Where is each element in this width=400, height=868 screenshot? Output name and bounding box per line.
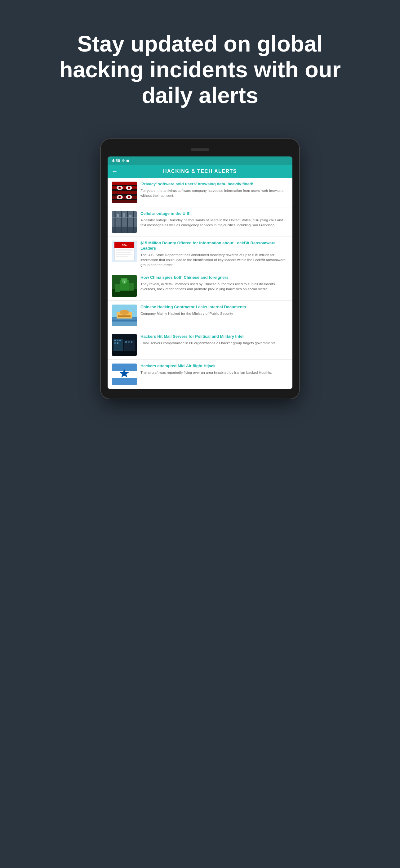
news-content-6: Hackers Hit Mail Servers for Political a…	[140, 334, 288, 345]
news-desc-5: Company Mainly Hacked for the Ministry o…	[140, 311, 288, 316]
svg-rect-63	[131, 341, 132, 343]
news-content-3: $15 Million Bounty Offered for informati…	[140, 241, 288, 267]
news-thumbnail-1	[112, 182, 137, 203]
news-title-6: Hackers Hit Mail Servers for Political a…	[140, 334, 288, 339]
back-button[interactable]: ←	[112, 168, 118, 175]
news-desc-4: They reveal, in detail, methods used by …	[140, 282, 288, 291]
status-time: 4:56	[112, 158, 120, 163]
status-icons: ⚙ ◼	[122, 159, 129, 163]
svg-rect-28	[129, 215, 131, 217]
svg-text:NCA: NCA	[122, 244, 127, 246]
svg-rect-60	[117, 342, 119, 344]
news-item-5[interactable]: Chinese Hacking Contractor Leaks Interna…	[108, 301, 292, 330]
news-desc-2: A cellular outage Thursday hit thousands…	[140, 218, 288, 227]
svg-point-11	[128, 187, 130, 188]
svg-rect-36	[116, 256, 128, 257]
svg-rect-41	[115, 284, 120, 292]
svg-rect-3	[112, 191, 137, 194]
tablet-screen: 4:56 ⚙ ◼ ← HACKING & TECH ALERTS	[108, 156, 292, 389]
svg-rect-57	[117, 340, 119, 341]
news-title-1: 'Privacy' software sold users' browsing …	[140, 182, 288, 187]
svg-rect-51	[112, 320, 137, 321]
news-content-2: Cellular outage in the U.S!A cellular ou…	[140, 211, 288, 227]
svg-point-17	[128, 196, 130, 198]
news-title-4: How China spies both Chinese and foreign…	[140, 275, 288, 280]
status-bar: 4:56 ⚙ ◼	[108, 156, 292, 165]
news-desc-3: The U.S. State Department has announced …	[140, 252, 288, 267]
news-thumbnail-2	[112, 211, 137, 233]
svg-rect-27	[123, 213, 125, 217]
news-thumbnail-7	[112, 364, 137, 385]
news-desc-1: For years, the antivirus software compan…	[140, 188, 288, 198]
svg-rect-1	[112, 182, 137, 185]
svg-rect-19	[112, 227, 137, 233]
svg-rect-33	[116, 249, 133, 251]
news-thumbnail-6	[112, 334, 137, 356]
svg-rect-50	[118, 315, 131, 317]
news-thumbnail-4: J	[112, 275, 137, 297]
news-thumbnail-3: NCA	[112, 241, 137, 262]
device-mockup: 4:56 ⚙ ◼ ← HACKING & TECH ALERTS	[101, 139, 299, 399]
svg-rect-59	[114, 342, 116, 344]
gear-icon: ⚙	[122, 159, 125, 163]
news-content-5: Chinese Hacking Contractor Leaks Interna…	[140, 305, 288, 316]
svg-point-49	[120, 310, 129, 315]
news-title-3: $15 Million Bounty Offered for informati…	[140, 241, 288, 251]
svg-rect-42	[129, 283, 134, 290]
svg-point-16	[119, 196, 120, 198]
svg-rect-4	[112, 195, 137, 199]
news-item-4[interactable]: J How China spies both Chinese and forei…	[108, 271, 292, 301]
news-item-1[interactable]: 'Privacy' software sold users' browsing …	[108, 178, 292, 207]
news-title-7: Hackers attempted Mid-Air flight Hijack	[140, 364, 288, 369]
tablet-frame: 4:56 ⚙ ◼ ← HACKING & TECH ALERTS	[101, 139, 299, 399]
svg-rect-56	[114, 340, 116, 341]
svg-rect-62	[128, 341, 130, 343]
app-header: ← HACKING & TECH ALERTS	[108, 165, 292, 178]
news-thumbnail-5	[112, 305, 137, 326]
svg-rect-5	[112, 200, 137, 203]
svg-rect-35	[116, 254, 132, 255]
svg-rect-52	[113, 318, 135, 319]
app-title: HACKING & TECH ALERTS	[163, 168, 237, 174]
news-title-5: Chinese Hacking Contractor Leaks Interna…	[140, 305, 288, 310]
news-item-6[interactable]: Hackers Hit Mail Servers for Political a…	[108, 330, 292, 360]
news-desc-7: The aircraft was reportedly flying over …	[140, 370, 288, 375]
news-item-2[interactable]: Cellular outage in the U.S!A cellular ou…	[108, 207, 292, 237]
news-content-7: Hackers attempted Mid-Air flight HijackT…	[140, 364, 288, 375]
news-item-3[interactable]: NCA $15 Million Bounty Offered for infor…	[108, 237, 292, 271]
svg-rect-47	[112, 321, 137, 326]
hero-heading: Stay updated on global hacking incidents…	[29, 0, 371, 133]
svg-rect-61	[125, 341, 127, 343]
svg-rect-26	[116, 214, 119, 217]
svg-rect-58	[120, 340, 121, 341]
svg-point-10	[119, 187, 120, 188]
news-desc-6: Email servers compromised in 80 organiza…	[140, 341, 288, 345]
svg-rect-64	[112, 351, 137, 356]
signal-icon: ◼	[126, 159, 129, 163]
svg-rect-34	[116, 252, 131, 253]
news-title-2: Cellular outage in the U.S!	[140, 211, 288, 216]
news-content-4: How China spies both Chinese and foreign…	[140, 275, 288, 291]
news-item-7[interactable]: Hackers attempted Mid-Air flight HijackT…	[108, 360, 292, 389]
svg-rect-2	[112, 186, 137, 189]
news-content-1: 'Privacy' software sold users' browsing …	[140, 182, 288, 198]
news-list: 'Privacy' software sold users' browsing …	[108, 178, 292, 389]
svg-text:J: J	[124, 280, 125, 283]
